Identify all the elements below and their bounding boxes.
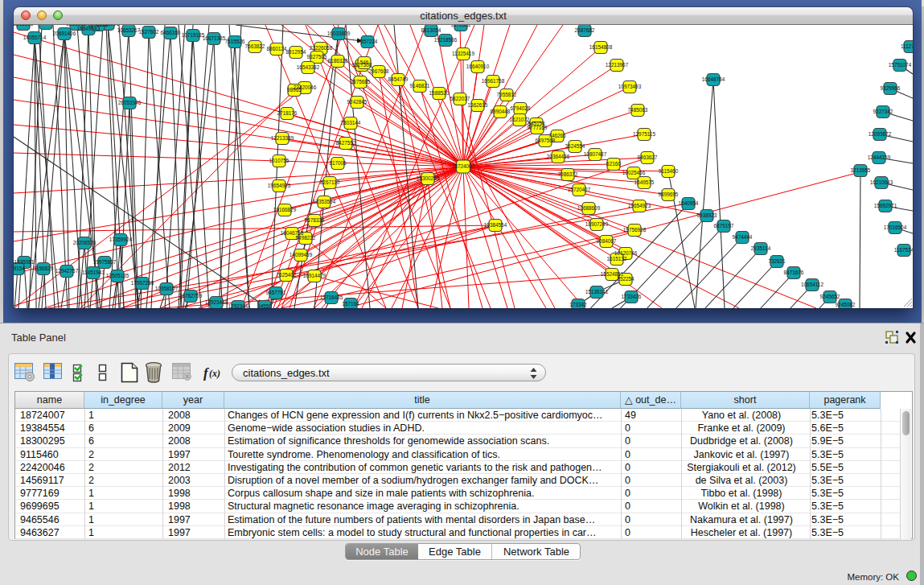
svg-text:10719185: 10719185	[182, 32, 205, 38]
svg-text:62160: 62160	[606, 161, 621, 167]
svg-text:12213967: 12213967	[606, 62, 629, 68]
svg-text:10025456: 10025456	[622, 170, 646, 175]
svg-text:(x): (x)	[209, 368, 220, 379]
svg-text:16210643: 16210643	[870, 179, 893, 185]
svg-text:17957255: 17957255	[131, 280, 154, 286]
svg-text:9899695: 9899695	[659, 192, 679, 197]
svg-text:7625402: 7625402	[277, 272, 297, 278]
svg-text:5498222: 5498222	[296, 235, 316, 241]
svg-text:5878334: 5878334	[305, 217, 325, 223]
svg-text:1527602: 1527602	[139, 29, 159, 35]
svg-text:15136141: 15136141	[585, 289, 609, 295]
svg-text:1063125: 1063125	[88, 25, 109, 27]
svg-text:3875685: 3875685	[351, 79, 371, 84]
svg-text:16782759: 16782759	[179, 293, 203, 299]
svg-text:8427552: 8427552	[336, 140, 356, 146]
svg-text:9227342: 9227342	[873, 109, 893, 114]
svg-text:9474444: 9474444	[733, 234, 753, 240]
svg-text:157164: 157164	[342, 301, 359, 307]
svg-text:8186328: 8186328	[328, 58, 348, 64]
svg-text:39154: 39154	[14, 266, 25, 271]
svg-text:12505135: 12505135	[106, 273, 129, 278]
svg-text:1549575: 1549575	[634, 179, 655, 185]
svg-text:6879197: 6879197	[714, 223, 734, 229]
svg-text:1615132: 1615132	[607, 256, 627, 262]
svg-text:19218586: 19218586	[434, 37, 458, 43]
svg-text:9777169: 9777169	[528, 125, 548, 130]
svg-text:12093872: 12093872	[869, 131, 892, 137]
svg-text:1621072: 1621072	[510, 117, 530, 122]
svg-text:8471676: 8471676	[784, 270, 804, 275]
svg-text:10653267: 10653267	[117, 27, 141, 33]
svg-text:16154808: 16154808	[589, 44, 613, 50]
svg-text:12444159: 12444159	[868, 154, 891, 160]
svg-text:9245082: 9245082	[836, 302, 856, 307]
svg-text:1292344: 1292344	[228, 303, 248, 308]
svg-text:15692971: 15692971	[874, 203, 897, 208]
svg-text:19975867: 19975867	[93, 259, 117, 265]
svg-text:9327505: 9327505	[307, 54, 327, 60]
svg-text:94550: 94550	[257, 303, 272, 308]
svg-text:12213389: 12213389	[271, 135, 294, 141]
svg-text:9115460: 9115460	[659, 168, 679, 174]
svg-text:9084067: 9084067	[597, 238, 617, 244]
svg-text:20364436: 20364436	[547, 154, 570, 159]
svg-text:16543382: 16543382	[297, 64, 320, 70]
svg-text:10120746: 10120746	[614, 250, 638, 256]
svg-text:7986372: 7986372	[558, 171, 578, 177]
svg-text:19654923: 19654923	[628, 203, 651, 208]
svg-text:11325419: 11325419	[452, 51, 474, 56]
svg-text:8860124: 8860124	[267, 46, 287, 51]
svg-text:10958107: 10958107	[155, 286, 179, 291]
svg-text:546: 546	[360, 60, 369, 65]
svg-text:2087682: 2087682	[575, 27, 595, 33]
svg-text:16961758: 16961758	[482, 78, 505, 84]
svg-text:1167534: 1167534	[894, 247, 913, 253]
svg-text:12923448: 12923448	[205, 299, 228, 305]
svg-text:19756928: 19756928	[623, 227, 647, 233]
svg-text:9457791: 9457791	[266, 290, 286, 295]
svg-text:8454749: 8454749	[388, 76, 409, 82]
svg-text:20691406: 20691406	[53, 31, 76, 36]
svg-text:15751074: 15751074	[889, 62, 912, 68]
svg-text:1362615: 1362615	[468, 102, 488, 108]
svg-text:18907249: 18907249	[585, 221, 609, 227]
svg-text:18724007: 18724007	[452, 163, 475, 169]
svg-text:16914479: 16914479	[303, 273, 326, 278]
svg-text:14055714: 14055714	[23, 35, 47, 40]
svg-text:9463627: 9463627	[638, 154, 658, 160]
svg-text:98965: 98965	[287, 87, 302, 93]
svg-text:1156829: 1156829	[34, 266, 54, 271]
svg-text:1733426: 1733426	[622, 294, 642, 299]
svg-text:6497568: 6497568	[536, 138, 556, 143]
svg-text:11451941: 11451941	[82, 270, 105, 275]
svg-text:1112733: 1112733	[901, 43, 913, 49]
svg-text:14099489: 14099489	[290, 252, 313, 257]
svg-text:8813054: 8813054	[421, 27, 441, 33]
svg-text:17359924: 17359924	[109, 237, 133, 242]
svg-text:19384554: 19384554	[484, 222, 507, 228]
svg-text:12942757: 12942757	[55, 268, 79, 274]
svg-text:15720407: 15720407	[568, 187, 591, 192]
svg-text:9242845: 9242845	[347, 99, 368, 105]
svg-text:2186531: 2186531	[67, 25, 87, 27]
svg-text:7663822: 7663822	[245, 43, 265, 49]
svg-text:6466160: 6466160	[161, 30, 181, 35]
svg-text:8990448: 8990448	[491, 109, 511, 114]
svg-text:7955812: 7955812	[497, 92, 517, 97]
svg-text:2803144: 2803144	[341, 120, 361, 126]
svg-text:19654925: 19654925	[268, 183, 291, 188]
svg-text:16671385: 16671385	[203, 35, 226, 41]
svg-text:2967608: 2967608	[369, 68, 389, 74]
svg-text:1905531: 1905531	[36, 25, 56, 26]
svg-text:317006: 317006	[329, 160, 347, 166]
svg-text:19166829: 19166829	[273, 207, 297, 212]
svg-text:3213955: 3213955	[851, 167, 871, 173]
svg-text:1010755: 1010755	[269, 158, 290, 163]
svg-text:5938923: 5938923	[697, 212, 717, 218]
svg-text:20206576: 20206576	[73, 240, 97, 245]
svg-text:8267110: 8267110	[320, 179, 340, 185]
svg-text:1588520: 1588520	[429, 90, 450, 96]
svg-text:2935114: 2935114	[751, 245, 771, 251]
svg-text:16648784: 16648784	[702, 76, 725, 82]
